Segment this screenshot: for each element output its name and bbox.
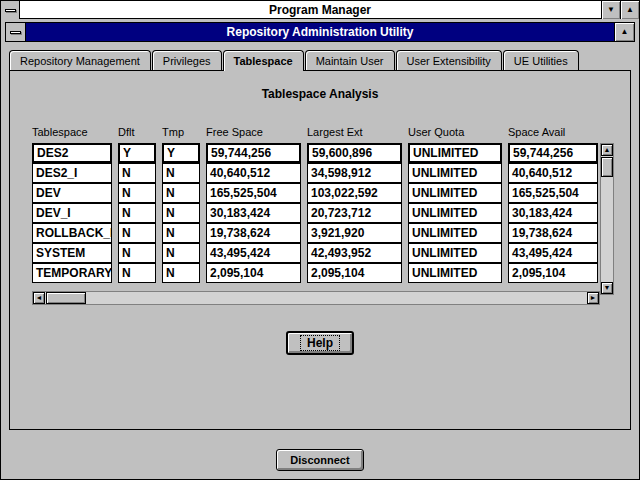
tab-maintain-user[interactable]: Maintain User bbox=[305, 50, 395, 70]
scroll-down-icon: ▼ bbox=[604, 284, 611, 291]
table-cell[interactable]: 2,095,104 bbox=[206, 263, 301, 283]
control-menu-icon bbox=[5, 9, 16, 12]
table-cell[interactable]: N bbox=[118, 263, 156, 283]
scroll-up-icon: ▲ bbox=[604, 146, 611, 153]
table-row: DEV_INN30,183,42420,723,712UNLIMITED30,1… bbox=[32, 203, 598, 223]
minimize-button[interactable]: ▼ bbox=[601, 1, 620, 19]
window-control-menu-button[interactable] bbox=[6, 23, 26, 41]
table-cell[interactable]: N bbox=[162, 163, 200, 183]
table-cell[interactable]: 43,495,424 bbox=[206, 243, 301, 263]
column-header-tablespace: Tablespace bbox=[32, 126, 112, 138]
table-cell[interactable]: 59,744,256 bbox=[508, 143, 598, 163]
column-header-user-quota: User Quota bbox=[408, 126, 502, 138]
tab-tablespace[interactable]: Tablespace bbox=[223, 50, 304, 71]
window-title: Repository Administration Utility bbox=[6, 23, 634, 41]
table-cell[interactable]: UNLIMITED bbox=[408, 183, 502, 203]
table-cell[interactable]: 165,525,504 bbox=[508, 183, 598, 203]
scroll-left-button[interactable]: ◄ bbox=[33, 292, 45, 304]
screen: Program Manager ▼ ▲ Repository Administr… bbox=[0, 0, 640, 480]
table-row: ROLLBACK_DNN19,738,6243,921,920UNLIMITED… bbox=[32, 223, 598, 243]
table-cell[interactable]: DEV bbox=[32, 183, 112, 203]
column-header-tmp: Tmp bbox=[162, 126, 200, 138]
table-cell[interactable]: N bbox=[162, 223, 200, 243]
window-maximize-button[interactable]: ▲ bbox=[614, 23, 634, 41]
tab-privileges[interactable]: Privileges bbox=[152, 50, 222, 70]
table-cell[interactable]: 40,640,512 bbox=[508, 163, 598, 183]
maximize-button[interactable]: ▲ bbox=[620, 1, 639, 19]
table-cell[interactable]: 3,921,920 bbox=[307, 223, 402, 243]
table-cell[interactable]: N bbox=[118, 203, 156, 223]
scroll-up-button[interactable]: ▲ bbox=[601, 144, 613, 156]
table-cell[interactable]: DEV_I bbox=[32, 203, 112, 223]
window-control-menu-icon bbox=[10, 31, 21, 34]
tablespace-grid: DES2YY59,744,25659,600,896UNLIMITED59,74… bbox=[32, 143, 598, 283]
footer: Disconnect bbox=[1, 449, 639, 471]
table-cell[interactable]: Y bbox=[118, 143, 156, 163]
column-header-space-avail: Space Avail bbox=[508, 126, 598, 138]
table-cell[interactable]: UNLIMITED bbox=[408, 263, 502, 283]
table-cell[interactable]: UNLIMITED bbox=[408, 223, 502, 243]
vertical-scrollbar-thumb[interactable] bbox=[601, 157, 613, 177]
table-cell[interactable]: 165,525,504 bbox=[206, 183, 301, 203]
table-cell[interactable]: N bbox=[118, 183, 156, 203]
vertical-scrollbar[interactable]: ▲ ▼ bbox=[600, 143, 614, 295]
column-header-dflt: Dflt bbox=[118, 126, 156, 138]
table-cell[interactable]: SYSTEM bbox=[32, 243, 112, 263]
table-cell[interactable]: 34,598,912 bbox=[307, 163, 402, 183]
table-cell[interactable]: 30,183,424 bbox=[508, 203, 598, 223]
horizontal-scrollbar-thumb[interactable] bbox=[46, 292, 86, 304]
table-cell[interactable]: Y bbox=[162, 143, 200, 163]
table-cell[interactable]: 59,600,896 bbox=[307, 143, 402, 163]
help-button-label: Help bbox=[301, 336, 339, 350]
help-button[interactable]: Help bbox=[286, 331, 354, 355]
table-cell[interactable]: 43,495,424 bbox=[508, 243, 598, 263]
table-cell[interactable]: N bbox=[162, 183, 200, 203]
table-cell[interactable]: N bbox=[162, 203, 200, 223]
table-cell[interactable]: 30,183,424 bbox=[206, 203, 301, 223]
program-manager-titlebar: Program Manager ▼ ▲ bbox=[1, 1, 639, 19]
table-cell[interactable]: DES2_I bbox=[32, 163, 112, 183]
table-cell[interactable]: UNLIMITED bbox=[408, 163, 502, 183]
app-titlebar: Repository Administration Utility ▲ bbox=[5, 22, 635, 42]
program-manager-control-menu-button[interactable] bbox=[1, 1, 20, 19]
scroll-down-button[interactable]: ▼ bbox=[601, 282, 613, 294]
tab-bar: Repository ManagementPrivilegesTablespac… bbox=[9, 50, 631, 70]
table-cell[interactable]: N bbox=[118, 163, 156, 183]
table-cell[interactable]: TEMPORARY bbox=[32, 263, 112, 283]
table-cell[interactable]: N bbox=[162, 263, 200, 283]
column-header-largest-ext: Largest Ext bbox=[307, 126, 402, 138]
table-cell[interactable]: 19,738,624 bbox=[206, 223, 301, 243]
table-cell[interactable]: 20,723,712 bbox=[307, 203, 402, 223]
program-manager-title: Program Manager bbox=[1, 1, 639, 19]
table-cell[interactable]: 19,738,624 bbox=[508, 223, 598, 243]
scroll-left-icon: ◄ bbox=[36, 294, 43, 301]
table-row: TEMPORARYNN2,095,1042,095,104UNLIMITED2,… bbox=[32, 263, 598, 283]
table-cell[interactable]: N bbox=[162, 243, 200, 263]
table-row: DES2_INN40,640,51234,598,912UNLIMITED40,… bbox=[32, 163, 598, 183]
table-cell[interactable]: DES2 bbox=[32, 143, 112, 163]
table-header-row: TablespaceDfltTmpFree SpaceLargest ExtUs… bbox=[32, 126, 598, 138]
table-row: DEVNN165,525,504103,022,592UNLIMITED165,… bbox=[32, 183, 598, 203]
horizontal-scrollbar[interactable]: ◄ ► bbox=[32, 291, 600, 305]
table-cell[interactable]: N bbox=[118, 223, 156, 243]
table-row: SYSTEMNN43,495,42442,493,952UNLIMITED43,… bbox=[32, 243, 598, 263]
table-cell[interactable]: 40,640,512 bbox=[206, 163, 301, 183]
scroll-right-button[interactable]: ► bbox=[587, 292, 599, 304]
disconnect-button[interactable]: Disconnect bbox=[276, 449, 364, 471]
table-cell[interactable]: UNLIMITED bbox=[408, 243, 502, 263]
table-cell[interactable]: 103,022,592 bbox=[307, 183, 402, 203]
tab-ue-utilities[interactable]: UE Utilities bbox=[503, 50, 579, 70]
tab-repository-management[interactable]: Repository Management bbox=[9, 50, 151, 70]
table-cell[interactable]: 2,095,104 bbox=[508, 263, 598, 283]
table-cell[interactable]: 2,095,104 bbox=[307, 263, 402, 283]
tab-user-extensibility[interactable]: User Extensibility bbox=[396, 50, 502, 70]
table-cell[interactable]: UNLIMITED bbox=[408, 143, 502, 163]
column-header-free-space: Free Space bbox=[206, 126, 301, 138]
table-row: DES2YY59,744,25659,600,896UNLIMITED59,74… bbox=[32, 143, 598, 163]
scroll-right-icon: ► bbox=[590, 294, 597, 301]
table-cell[interactable]: ROLLBACK_D bbox=[32, 223, 112, 243]
table-cell[interactable]: 59,744,256 bbox=[206, 143, 301, 163]
table-cell[interactable]: 42,493,952 bbox=[307, 243, 402, 263]
table-cell[interactable]: UNLIMITED bbox=[408, 203, 502, 223]
table-cell[interactable]: N bbox=[118, 243, 156, 263]
